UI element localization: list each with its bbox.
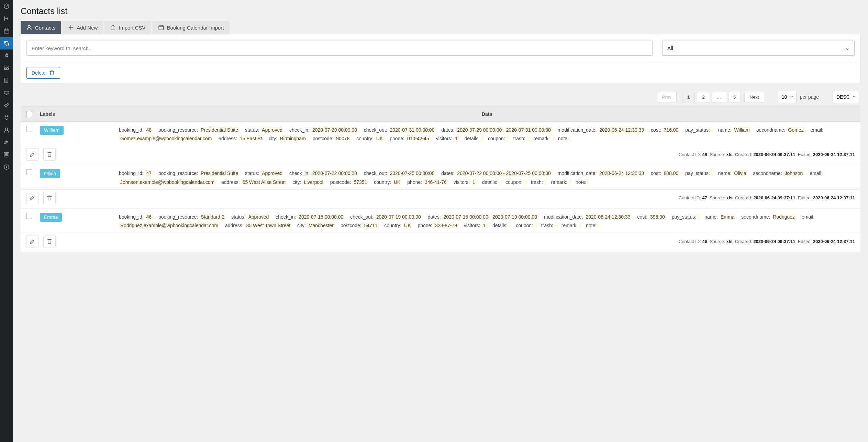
sidebar-item[interactable] — [0, 148, 13, 161]
sidebar-item[interactable] — [0, 0, 13, 12]
field-value: 48 — [145, 127, 153, 133]
plus-icon — [68, 24, 74, 31]
field-value — [698, 214, 700, 220]
field-key: email: — [810, 170, 822, 176]
pagination-prev[interactable]: Prev — [657, 92, 677, 102]
field-key: name: — [718, 170, 732, 176]
field-value: 323-87-79 — [434, 222, 458, 229]
header-data: Data — [119, 111, 855, 117]
comments-icon — [3, 90, 10, 96]
svg-point-7 — [4, 165, 9, 169]
row-checkbox[interactable] — [26, 213, 32, 219]
field-key: postcode: — [313, 136, 334, 141]
field-key: city: — [297, 223, 306, 228]
contact-badge: Olivia — [40, 169, 60, 178]
pagination-page[interactable]: 2 — [697, 92, 710, 102]
delete-button[interactable]: Delete — [26, 67, 60, 79]
field-value: Birmingham — [279, 135, 307, 142]
field-key: pay_status: — [672, 214, 697, 220]
field-key: coupon: — [505, 179, 523, 185]
arrow-right-icon — [3, 15, 10, 22]
pagination-next[interactable]: Next — [744, 92, 764, 102]
sort-select[interactable]: DESC — [833, 91, 859, 103]
field-key: country: — [384, 223, 401, 228]
tab[interactable]: Add New — [62, 21, 103, 34]
field-value: 15 East St — [238, 135, 264, 142]
refresh-icon — [3, 40, 10, 46]
field-key: coupon: — [488, 136, 505, 141]
field-key: secondname: — [741, 214, 770, 220]
sidebar-item[interactable] — [0, 12, 13, 25]
filter-select[interactable]: All — [662, 41, 855, 56]
sidebar-item[interactable] — [0, 25, 13, 37]
search-input[interactable] — [26, 41, 653, 56]
field-value: 47 — [145, 170, 153, 176]
field-key: dates: — [428, 214, 441, 220]
sidebar-item[interactable] — [0, 161, 13, 173]
edit-icon — [29, 195, 35, 201]
pagination-page[interactable]: 5 — [728, 92, 741, 102]
tab[interactable]: Import CSV — [104, 21, 151, 34]
user-icon — [26, 24, 32, 31]
field-value: 57351 — [352, 179, 368, 185]
edit-button[interactable] — [26, 235, 38, 247]
sidebar-item[interactable] — [0, 87, 13, 99]
field-value — [579, 222, 582, 229]
tab[interactable]: Booking Calendar Import — [153, 21, 230, 34]
field-value: 346-41-76 — [423, 179, 448, 185]
pagination-page[interactable]: ... — [712, 92, 726, 102]
field-key: country: — [356, 136, 374, 141]
per-page-select[interactable]: 10 — [778, 91, 797, 103]
plugins-icon — [3, 114, 10, 121]
field-value — [499, 179, 501, 185]
delete-row-button[interactable] — [43, 192, 56, 204]
sidebar-item[interactable] — [0, 74, 13, 87]
field-value: William — [733, 127, 751, 133]
field-key: postcode: — [341, 223, 361, 228]
field-key: visitors: — [454, 179, 470, 185]
field-key: cost: — [651, 170, 661, 176]
tab[interactable]: Contacts — [21, 21, 61, 34]
select-all-checkbox[interactable] — [26, 111, 32, 117]
sidebar-item[interactable] — [0, 136, 13, 148]
field-value: 2020-07-22 00:00:00 — [311, 170, 358, 176]
field-value: UK — [375, 135, 384, 142]
delete-button-label: Delete — [32, 70, 45, 76]
field-key: trash: — [541, 223, 553, 228]
field-key: note: — [558, 136, 569, 141]
field-value: Rodriguez — [771, 214, 796, 220]
edit-icon — [29, 151, 35, 157]
row-checkbox[interactable] — [26, 169, 32, 175]
sidebar-item[interactable] — [0, 124, 13, 136]
pagination-page[interactable]: 1 — [682, 92, 695, 102]
field-key: remark: — [561, 223, 578, 228]
edit-button[interactable] — [26, 148, 38, 161]
field-key: country: — [374, 179, 391, 185]
field-key: booking_resource: — [158, 214, 198, 220]
field-key: check_in: — [289, 127, 310, 133]
sidebar-item[interactable] — [0, 37, 13, 49]
trash-icon — [46, 195, 53, 201]
field-key: address: — [221, 179, 240, 185]
field-value: 2020-07-19 00:00:00 — [375, 214, 422, 220]
field-value: 2020-07-22 00:00:00 - 2020-07-25 00:00:0… — [456, 170, 552, 176]
sidebar-item[interactable] — [0, 62, 13, 74]
field-value: 2020-06-24 12:30:33 — [598, 170, 645, 176]
delete-row-button[interactable] — [43, 148, 56, 161]
delete-row-button[interactable] — [43, 235, 56, 247]
field-value: Olivia — [733, 170, 748, 176]
field-key: phone: — [407, 179, 422, 185]
row-checkbox[interactable] — [26, 126, 32, 132]
sidebar-item[interactable] — [0, 111, 13, 124]
tab-label: Contacts — [35, 25, 55, 31]
header-labels: Labels — [40, 111, 119, 117]
edit-button[interactable] — [26, 192, 38, 204]
trash-icon — [46, 238, 53, 244]
row-data: booking_id: 46 booking_resource: Standar… — [119, 213, 855, 233]
sidebar-item[interactable] — [0, 49, 13, 62]
field-key: modification_date: — [558, 170, 597, 176]
field-value — [711, 170, 714, 176]
sidebar-item[interactable] — [0, 99, 13, 111]
field-value: 2020-07-29 00:00:00 - 2020-07-31 00:00:0… — [456, 127, 552, 133]
field-value — [711, 127, 714, 133]
